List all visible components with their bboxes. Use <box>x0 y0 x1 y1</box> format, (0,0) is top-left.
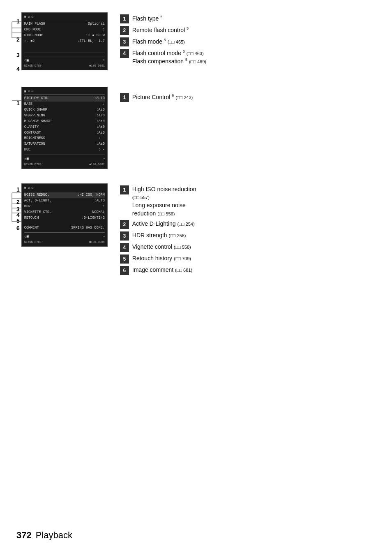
noise-entry-3: 3 HDR strength (□□ 256) <box>120 231 376 241</box>
noise-bottom-bar: ✩▣ ⌓ <box>24 232 105 240</box>
section-picture: 1 ▣ ☑ ☺ PICTURE CTRL:AUTO BASE: <box>16 87 376 169</box>
picture-camera-screen: ▣ ☑ ☺ PICTURE CTRL:AUTO BASE: QUICK SHAR… <box>21 87 108 169</box>
flash-bottom-bar: ✩▣ ⌓ <box>24 56 105 63</box>
noise-row-empty <box>24 221 105 225</box>
pic-icon-check: ☑ <box>28 89 30 93</box>
section-flash: 1 2 3 4 ▣ ☑ ☺ MAIN FLASH:Optional CMD <box>16 12 376 72</box>
noise-camera: ▣ ☑ ☺ NOISE REDUC.:HI ISO, NORM ACT. D-L… <box>21 183 108 278</box>
flash-camera-screen: ▣ ☑ ☺ MAIN FLASH:Optional CMD MODE: SYNC… <box>21 12 108 70</box>
noise-text-2: Active D-Lighting (□□ 254) <box>132 220 195 228</box>
section-noise: 1 2 3 4 5 6 ▣ ☑ ☺ NOISE REDUC.:HI ISO, N… <box>16 183 376 278</box>
pic-row-bright: BRIGHTNESS: - <box>24 136 105 141</box>
flash-badge-2: 2 <box>120 26 129 35</box>
noise-icon-grid: ▣ <box>24 185 26 190</box>
noise-text-3: HDR strength (□□ 256) <box>132 231 186 240</box>
section-picture-right: 1 Picture Control 6 (□□ 243) <box>120 87 376 169</box>
flash-text-1: Flash type 5 <box>132 14 163 23</box>
flash-brand: NIKON D780 ■100-0001 <box>24 64 105 68</box>
icon-check: ☑ <box>28 14 30 19</box>
flash-connector-lines <box>10 20 22 53</box>
noise-row-vignette: VIGNETTE CTRL:NORMAL <box>24 210 105 215</box>
noise-scroll: ⌓ <box>103 235 105 239</box>
pic-row-clarity: CLARITY:A±0 <box>24 125 105 130</box>
noise-top-icons: ▣ ☑ ☺ <box>24 185 105 191</box>
flash-entry-1: 1 Flash type 5 <box>120 14 376 23</box>
picture-badge-1: 1 <box>120 93 129 102</box>
section-noise-left: 1 2 3 4 5 6 ▣ ☑ ☺ NOISE REDUC.:HI ISO, N… <box>16 183 108 278</box>
noise-entry-1: 1 High ISO noise reduction (□□ 557) Long… <box>120 185 376 217</box>
flash-entry-2: 2 Remote flash control 5 <box>120 26 376 35</box>
noise-row-hdr: HDR: <box>24 204 105 210</box>
flash-spacer <box>24 53 105 54</box>
flash-num-4: 4 <box>16 66 20 72</box>
page-footer: 372 Playback <box>16 530 72 541</box>
noise-badge-5: 5 <box>120 255 129 264</box>
section-picture-left: 1 ▣ ☑ ☺ PICTURE CTRL:AUTO BASE: <box>16 87 108 169</box>
pic-row-base: BASE: <box>24 102 105 107</box>
flash-row-ttl: ⚡, ■2:TTL-BL, -1.7 <box>24 39 105 44</box>
noise-row-act: ACT. D-LIGHT.:AUTO <box>24 198 105 204</box>
pic-icon-face: ☺ <box>31 89 33 93</box>
flash-top-icons: ▣ ☑ ☺ <box>24 14 105 20</box>
flash-text-4: Flash control mode 5 (□□ 463) Flash comp… <box>132 49 206 66</box>
noise-badge-4: 4 <box>120 243 129 252</box>
pic-brand: NIKON D780 ■100-0001 <box>24 163 105 167</box>
pic-row-contrast: CONTRAST:A±0 <box>24 130 105 136</box>
flash-row-main: MAIN FLASH:Optional <box>24 21 105 27</box>
flash-badge-4: 4 <box>120 49 129 58</box>
page-number: 372 <box>16 530 32 541</box>
pic-row-sat: SATURATION:A±0 <box>24 141 105 147</box>
flash-camera: ▣ ☑ ☺ MAIN FLASH:Optional CMD MODE: SYNC… <box>21 12 108 72</box>
noise-row-comment: COMMENT:SPRING HAS COME. <box>24 225 105 231</box>
picture-text-1: Picture Control 6 (□□ 243) <box>132 93 193 101</box>
picture-entry-1: 1 Picture Control 6 (□□ 243) <box>120 93 376 102</box>
noise-badge-3: 3 <box>120 231 129 241</box>
noise-badge-2: 2 <box>120 220 129 229</box>
pic-bottom-bar: ✩▣ ⌓ <box>24 155 105 162</box>
pic-row-hue: HUE: - <box>24 147 105 153</box>
icon-grid: ▣ <box>24 14 26 19</box>
pic-scroll: ⌓ <box>103 157 105 161</box>
picture-connector-lines <box>10 98 22 106</box>
flash-star: ✩▣ <box>24 58 29 63</box>
noise-icon-check: ☑ <box>28 185 30 190</box>
noise-text-4: Vignette control (□□ 558) <box>132 243 191 251</box>
pic-star: ✩▣ <box>24 156 29 162</box>
flash-text-2: Remote flash control 5 <box>132 26 189 34</box>
pic-row-quick: QUICK SHARP:A±0 <box>24 107 105 113</box>
section-flash-left: 1 2 3 4 ▣ ☑ ☺ MAIN FLASH:Optional CMD <box>16 12 108 72</box>
noise-connector-lines <box>10 191 22 240</box>
flash-scroll: ⌓ <box>103 58 105 62</box>
flash-row-cmd: CMD MODE: <box>24 27 105 33</box>
noise-text-5: Retouch history (□□ 709) <box>132 255 191 263</box>
noise-row-noise: NOISE REDUC.:HI ISO, NORM <box>24 192 105 198</box>
noise-star: ✩▣ <box>24 234 29 240</box>
picture-top-icons: ▣ ☑ ☺ <box>24 89 105 95</box>
noise-badge-6: 6 <box>120 266 129 275</box>
pic-row-mrange: M-RANGE SHARP:A±0 <box>24 119 105 125</box>
noise-entry-6: 6 Image comment (□□ 681) <box>120 266 376 275</box>
flash-entry-3: 3 Flash mode 5 (□□ 465) <box>120 37 376 46</box>
section-noise-right: 1 High ISO noise reduction (□□ 557) Long… <box>120 183 376 278</box>
flash-badge-3: 3 <box>120 37 129 46</box>
noise-entry-2: 2 Active D-Lighting (□□ 254) <box>120 220 376 229</box>
noise-badge-1: 1 <box>120 185 129 194</box>
noise-brand: NIKON D780 ■100-0001 <box>24 241 105 245</box>
noise-text-6: Image comment (□□ 681) <box>132 266 192 274</box>
pic-row-sharp: SHARPENING:A±0 <box>24 113 105 119</box>
noise-entry-4: 4 Vignette control (□□ 558) <box>120 243 376 252</box>
page-label: Playback <box>36 530 72 541</box>
flash-badge-1: 1 <box>120 14 129 23</box>
noise-row-retouch: RETOUCH:D-LIGHTING <box>24 215 105 221</box>
pic-icon-grid: ▣ <box>24 89 26 93</box>
noise-icon-face: ☺ <box>31 185 33 190</box>
noise-camera-screen: ▣ ☑ ☺ NOISE REDUC.:HI ISO, NORM ACT. D-L… <box>21 183 108 247</box>
flash-text-3: Flash mode 5 (□□ 465) <box>132 37 185 46</box>
noise-entry-5: 5 Retouch history (□□ 709) <box>120 255 376 264</box>
picture-camera: ▣ ☑ ☺ PICTURE CTRL:AUTO BASE: QUICK SHAR… <box>21 87 108 169</box>
noise-text-1: High ISO noise reduction (□□ 557) Long e… <box>132 185 196 217</box>
flash-num-3: 3 <box>16 52 20 58</box>
flash-row-sync: SYNC MODE:⚡ ● SLOW <box>24 33 105 39</box>
pic-row-ctrl: PICTURE CTRL:AUTO <box>24 96 105 102</box>
section-flash-right: 1 Flash type 5 2 Remote flash control 5 … <box>120 12 376 72</box>
